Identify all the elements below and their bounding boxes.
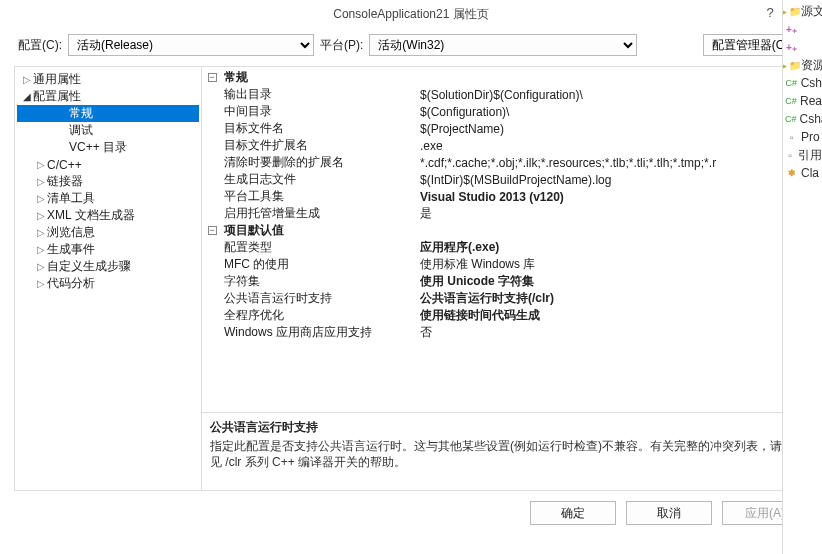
solution-item-label: Cla <box>801 166 819 180</box>
property-row[interactable]: 字符集使用 Unicode 字符集 <box>202 273 807 290</box>
tree-item[interactable]: ▷清单工具 <box>17 190 199 207</box>
property-name: 清除时要删除的扩展名 <box>202 154 420 171</box>
config-select[interactable]: 活动(Release) <box>68 34 314 56</box>
solution-item[interactable]: +₊ <box>783 20 822 38</box>
triangle-right-icon[interactable]: ▷ <box>35 244 47 255</box>
property-row[interactable]: 启用托管增量生成是 <box>202 205 807 222</box>
tree-item-label: 清单工具 <box>47 190 95 207</box>
tree-item[interactable]: ▷链接器 <box>17 173 199 190</box>
tree-item[interactable]: ▷XML 文档生成器 <box>17 207 199 224</box>
property-row[interactable]: 公共语言运行时支持公共语言运行时支持(/clr) <box>202 290 807 307</box>
folder-icon: ▸ 📁 <box>785 59 798 72</box>
property-value[interactable]: *.cdf;*.cache;*.obj;*.ilk;*.resources;*.… <box>420 156 807 170</box>
solution-item[interactable]: ▫Pro <box>783 128 822 146</box>
tree-item[interactable]: ▷C/C++ <box>17 156 199 173</box>
cls-icon: ✱ <box>785 167 798 180</box>
property-row[interactable]: 目标文件扩展名.exe <box>202 137 807 154</box>
triangle-right-icon[interactable]: ▷ <box>35 210 47 221</box>
solution-item-label: Csh <box>801 76 822 90</box>
property-grid[interactable]: −常规输出目录$(SolutionDir)$(Configuration)\中间… <box>202 67 807 412</box>
tree-item-label: 常规 <box>69 105 93 122</box>
collapse-icon[interactable]: − <box>202 226 222 235</box>
tree-item-label: 链接器 <box>47 173 83 190</box>
solution-item[interactable]: +₊ <box>783 38 822 56</box>
property-value[interactable]: $(SolutionDir)$(Configuration)\ <box>420 88 807 102</box>
property-value[interactable]: 使用链接时间代码生成 <box>420 307 807 324</box>
solution-item[interactable]: ✱Cla <box>783 164 822 182</box>
property-row[interactable]: 配置类型应用程序(.exe) <box>202 239 807 256</box>
property-value[interactable]: 否 <box>420 324 807 341</box>
property-value[interactable]: 是 <box>420 205 807 222</box>
solution-item[interactable]: C#Rea <box>783 92 822 110</box>
tree-item-label: C/C++ <box>47 158 82 172</box>
tree-item[interactable]: ▷自定义生成步骤 <box>17 258 199 275</box>
tree-item[interactable]: ▷浏览信息 <box>17 224 199 241</box>
property-section-header[interactable]: −常规 <box>202 69 807 86</box>
solution-item[interactable]: ▫引用 <box>783 146 822 164</box>
property-name: MFC 的使用 <box>202 256 420 273</box>
cs-icon: C# <box>785 95 797 108</box>
tree-item[interactable]: ▷代码分析 <box>17 275 199 292</box>
description-body: 指定此配置是否支持公共语言运行时。这与其他某些设置(例如运行时检查)不兼容。有关… <box>210 438 799 470</box>
collapse-icon[interactable]: − <box>202 73 222 82</box>
property-value[interactable]: 使用 Unicode 字符集 <box>420 273 807 290</box>
tree-item-label: 通用属性 <box>33 71 81 88</box>
property-value[interactable]: 公共语言运行时支持(/clr) <box>420 290 807 307</box>
description-panel: 公共语言运行时支持 指定此配置是否支持公共语言运行时。这与其他某些设置(例如运行… <box>202 412 807 490</box>
property-value[interactable]: .exe <box>420 139 807 153</box>
tree-item[interactable]: 调试 <box>17 122 199 139</box>
property-row[interactable]: 中间目录$(Configuration)\ <box>202 103 807 120</box>
tree-item[interactable]: ▷生成事件 <box>17 241 199 258</box>
solution-item[interactable]: ▸ 📁源文 <box>783 2 822 20</box>
triangle-right-icon[interactable]: ▷ <box>21 74 33 85</box>
solution-item-label: 引用 <box>798 147 822 164</box>
triangle-right-icon[interactable]: ▷ <box>35 278 47 289</box>
triangle-right-icon[interactable]: ▷ <box>35 159 47 170</box>
plus-icon: +₊ <box>785 41 798 54</box>
tree-item[interactable]: VC++ 目录 <box>17 139 199 156</box>
property-name: 平台工具集 <box>202 188 420 205</box>
property-row[interactable]: 输出目录$(SolutionDir)$(Configuration)\ <box>202 86 807 103</box>
tree-item-label: 浏览信息 <box>47 224 95 241</box>
plus-icon: +₊ <box>785 23 798 36</box>
tree-item[interactable]: ▷通用属性 <box>17 71 199 88</box>
property-value[interactable]: 使用标准 Windows 库 <box>420 256 807 273</box>
property-row[interactable]: MFC 的使用使用标准 Windows 库 <box>202 256 807 273</box>
triangle-right-icon[interactable]: ▷ <box>35 176 47 187</box>
property-value[interactable]: $(Configuration)\ <box>420 105 807 119</box>
solution-item[interactable]: C#Csh <box>783 74 822 92</box>
tree-item-label: XML 文档生成器 <box>47 207 135 224</box>
solution-item-label: Rea <box>800 94 822 108</box>
property-row[interactable]: 目标文件名$(ProjectName) <box>202 120 807 137</box>
tree-item-label: 配置属性 <box>33 88 81 105</box>
property-section-header[interactable]: −项目默认值 <box>202 222 807 239</box>
property-value[interactable]: $(ProjectName) <box>420 122 807 136</box>
property-name: 目标文件名 <box>202 120 420 137</box>
ok-button[interactable]: 确定 <box>530 501 616 525</box>
tree-item-label: 调试 <box>69 122 93 139</box>
property-row[interactable]: 清除时要删除的扩展名*.cdf;*.cache;*.obj;*.ilk;*.re… <box>202 154 807 171</box>
tree-item[interactable]: ◢配置属性 <box>17 88 199 105</box>
tree-item[interactable]: 常规 <box>17 105 199 122</box>
triangle-down-icon[interactable]: ◢ <box>21 91 33 102</box>
property-row[interactable]: 生成日志文件$(IntDir)$(MSBuildProjectName).log <box>202 171 807 188</box>
solution-item[interactable]: C#Csharp <box>783 110 822 128</box>
solution-item-label: Csharp <box>800 112 822 126</box>
solution-item[interactable]: ▸ 📁资源 <box>783 56 822 74</box>
triangle-right-icon[interactable]: ▷ <box>35 193 47 204</box>
property-row[interactable]: Windows 应用商店应用支持否 <box>202 324 807 341</box>
triangle-right-icon[interactable]: ▷ <box>35 261 47 272</box>
category-tree[interactable]: ▷通用属性◢配置属性常规调试VC++ 目录▷C/C++▷链接器▷清单工具▷XML… <box>15 67 202 490</box>
property-row[interactable]: 平台工具集Visual Studio 2013 (v120) <box>202 188 807 205</box>
property-value[interactable]: $(IntDir)$(MSBuildProjectName).log <box>420 173 807 187</box>
solution-item-label: 资源 <box>801 57 822 74</box>
triangle-right-icon[interactable]: ▷ <box>35 227 47 238</box>
property-row[interactable]: 全程序优化使用链接时间代码生成 <box>202 307 807 324</box>
window-title: ConsoleApplication21 属性页 <box>333 6 488 23</box>
property-value[interactable]: 应用程序(.exe) <box>420 239 807 256</box>
property-value[interactable]: Visual Studio 2013 (v120) <box>420 190 807 204</box>
platform-select[interactable]: 活动(Win32) <box>369 34 637 56</box>
help-button[interactable]: ? <box>756 0 784 24</box>
cancel-button[interactable]: 取消 <box>626 501 712 525</box>
section-label: 项目默认值 <box>222 222 420 239</box>
